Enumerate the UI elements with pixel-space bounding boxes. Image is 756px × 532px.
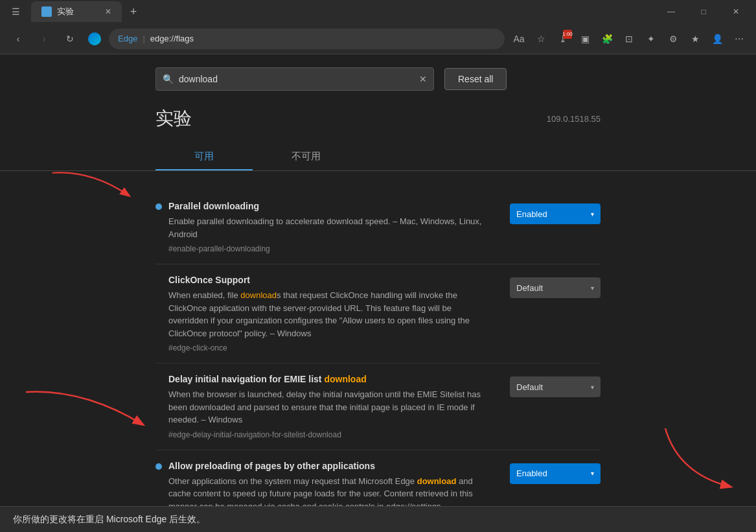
profile-icon[interactable]: 👤 bbox=[708, 30, 726, 48]
flag-dot-1 bbox=[155, 203, 162, 210]
tab-title: 实验 bbox=[57, 6, 74, 17]
downloads-badge: 1:00 bbox=[563, 30, 572, 39]
refresh-button[interactable]: ↻ bbox=[60, 29, 80, 49]
flag-item-clickonce: ClickOnce Support When enabled, file dow… bbox=[155, 264, 601, 364]
active-tab[interactable]: 实验 ✕ bbox=[31, 1, 122, 22]
flag-title-4: Allow preloading of pages by other appli… bbox=[168, 461, 484, 471]
edge-logo-shape bbox=[88, 32, 101, 45]
address-bar[interactable]: Edge | edge://flags bbox=[109, 29, 505, 49]
tab-available[interactable]: 可用 bbox=[155, 144, 253, 170]
back-button[interactable]: ‹ bbox=[8, 29, 29, 49]
flag-desc-3: When the browser is launched, delay the … bbox=[168, 388, 484, 426]
window-controls: — □ ✕ bbox=[656, 1, 751, 22]
search-box[interactable]: 🔍 download ✕ bbox=[155, 67, 434, 91]
restart-message: 你所做的更改将在重启 Microsoft Edge 后生效。 bbox=[13, 514, 205, 526]
extensions2-icon[interactable]: ⚙ bbox=[664, 30, 682, 48]
chevron-down-icon-1: ▾ bbox=[591, 211, 594, 218]
games-icon[interactable]: ✦ bbox=[642, 30, 660, 48]
nav-icons: Aa ☆ ⤓ 1:00 ▣ 🧩 ⊡ ✦ ⚙ ★ 👤 ⋯ bbox=[510, 30, 748, 48]
flag-desc-2: When enabled, file downloads that reques… bbox=[168, 289, 484, 340]
chevron-down-icon-3: ▾ bbox=[591, 384, 594, 391]
menu-icon[interactable]: ⋯ bbox=[730, 30, 748, 48]
flag-item-parallel-downloading: Parallel downloading Enable parallel dow… bbox=[155, 191, 601, 264]
edge-label: Edge bbox=[118, 34, 137, 43]
reset-all-button[interactable]: Reset all bbox=[444, 68, 507, 90]
flag-content-3: Delay initial navigation for EMIE list d… bbox=[155, 374, 484, 439]
arrow-indicator-1 bbox=[39, 167, 139, 213]
main-content: 🔍 download ✕ Reset all 实验 109.0.1518.55 … bbox=[0, 54, 756, 506]
flag-content-1: Parallel downloading Enable parallel dow… bbox=[155, 201, 484, 253]
flag-dot-3 bbox=[155, 376, 162, 383]
downloads-icon[interactable]: ⤓ 1:00 bbox=[554, 30, 572, 48]
screenshot-icon[interactable]: ⊡ bbox=[620, 30, 638, 48]
favorites-icon[interactable]: ☆ bbox=[532, 30, 550, 48]
tab-bar: 实验 ✕ + bbox=[31, 1, 651, 22]
titlebar-left: ☰ bbox=[5, 1, 26, 22]
maximize-button[interactable]: □ bbox=[689, 1, 718, 22]
arrow-indicator-3 bbox=[659, 422, 737, 500]
address-text: edge://flags bbox=[150, 34, 194, 43]
flag-desc-highlight-2: download bbox=[240, 290, 277, 300]
flag-title-1: Parallel downloading bbox=[168, 201, 484, 211]
arrow-indicator-2 bbox=[19, 386, 149, 437]
navbar: ‹ › ↻ Edge | edge://flags Aa ☆ ⤓ 1:00 ▣ … bbox=[0, 23, 756, 54]
flag-title-highlight-3: download bbox=[324, 374, 366, 384]
flag-item-emie: Delay initial navigation for EMIE list d… bbox=[155, 364, 601, 450]
bottom-bar: 你所做的更改将在重启 Microsoft Edge 后生效。 bbox=[0, 506, 756, 532]
version-label: 109.0.1518.55 bbox=[547, 114, 601, 124]
flag-title-3: Delay initial navigation for EMIE list d… bbox=[168, 374, 484, 384]
chevron-down-icon-2: ▾ bbox=[591, 284, 594, 292]
collections-icon[interactable]: ▣ bbox=[576, 30, 594, 48]
flag-content-4: Allow preloading of pages by other appli… bbox=[155, 461, 484, 507]
flag-select-4[interactable]: Enabled ▾ bbox=[510, 463, 601, 484]
search-clear-button[interactable]: ✕ bbox=[419, 74, 427, 84]
flag-text-2: ClickOnce Support When enabled, file dow… bbox=[168, 275, 484, 353]
flag-text-3: Delay initial navigation for EMIE list d… bbox=[168, 374, 484, 439]
flag-desc-1: Enable parallel downloading to accelerat… bbox=[168, 215, 484, 240]
flag-dot-2 bbox=[155, 277, 162, 284]
page-title: 实验 bbox=[155, 106, 192, 131]
tab-favicon bbox=[41, 6, 52, 17]
flag-title-2: ClickOnce Support bbox=[168, 275, 484, 285]
tab-close-button[interactable]: ✕ bbox=[105, 7, 111, 16]
flag-link-1[interactable]: #enable-parallel-downloading bbox=[168, 244, 484, 253]
extensions-icon[interactable]: 🧩 bbox=[598, 30, 616, 48]
flags-list: Parallel downloading Enable parallel dow… bbox=[0, 191, 756, 506]
search-icon: 🔍 bbox=[163, 74, 174, 84]
new-tab-button[interactable]: + bbox=[124, 3, 143, 21]
flag-desc-4: Other applications on the system may req… bbox=[168, 475, 484, 507]
chevron-down-icon-4: ▾ bbox=[591, 470, 594, 477]
titlebar: ☰ 实验 ✕ + — □ ✕ bbox=[0, 0, 756, 23]
flag-item-preloading: Allow preloading of pages by other appli… bbox=[155, 450, 601, 507]
flag-select-1[interactable]: Enabled ▾ bbox=[510, 203, 601, 224]
flag-link-3[interactable]: #edge-delay-initial-navigation-for-sitel… bbox=[168, 430, 484, 439]
favorites2-icon[interactable]: ★ bbox=[686, 30, 704, 48]
flag-text-4: Allow preloading of pages by other appli… bbox=[168, 461, 484, 507]
flag-text-1: Parallel downloading Enable parallel dow… bbox=[168, 201, 484, 253]
page-header: 实验 109.0.1518.55 bbox=[0, 106, 756, 131]
address-divider: | bbox=[143, 34, 144, 43]
flag-content-2: ClickOnce Support When enabled, file dow… bbox=[155, 275, 484, 353]
close-button[interactable]: ✕ bbox=[721, 1, 751, 22]
tab-unavailable[interactable]: 不可用 bbox=[253, 144, 360, 170]
flag-desc-highlight-4: download bbox=[417, 476, 457, 486]
reader-icon[interactable]: Aa bbox=[510, 30, 528, 48]
flag-dot-4 bbox=[155, 463, 162, 470]
sidebar-toggle[interactable]: ☰ bbox=[5, 1, 26, 22]
forward-button[interactable]: › bbox=[34, 29, 54, 49]
search-container: 🔍 download ✕ Reset all bbox=[0, 67, 756, 91]
flag-select-3[interactable]: Default ▾ bbox=[510, 376, 601, 397]
flag-select-2[interactable]: Default ▾ bbox=[510, 277, 601, 298]
edge-logo bbox=[86, 30, 104, 48]
search-input[interactable]: download bbox=[179, 74, 414, 84]
flag-link-2[interactable]: #edge-click-once bbox=[168, 343, 484, 353]
minimize-button[interactable]: — bbox=[656, 1, 686, 22]
